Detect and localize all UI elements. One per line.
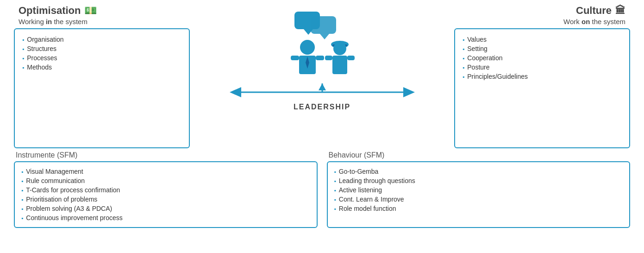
- main-container: Optimisation 💵 Working in the system Org…: [0, 0, 644, 253]
- left-panel: Optimisation 💵 Working in the system Org…: [14, 5, 190, 148]
- right-panel: Culture 🏛 Work on the system ValuesSetti…: [454, 5, 630, 148]
- bottom-left-title: Instrumente (SFM): [14, 151, 318, 159]
- left-subtitle-post: the system: [52, 18, 88, 25]
- list-item: Methods: [22, 63, 181, 72]
- bottom-left: Instrumente (SFM) Visual ManagementRule …: [14, 151, 318, 228]
- arrow-container: [190, 83, 454, 101]
- right-bullet-list: ValuesSettingCooperationPosturePrinciple…: [463, 35, 622, 81]
- svg-marker-16: [230, 87, 241, 97]
- list-item: Prioritisation of problems: [21, 195, 310, 204]
- top-section: Optimisation 💵 Working in the system Org…: [14, 5, 630, 148]
- left-subtitle-pre: Working: [19, 18, 46, 25]
- bottom-right-bullet-list: Go-to-GembaLeading through questionsActi…: [334, 167, 623, 213]
- right-subtitle-pre: Work: [563, 18, 581, 25]
- left-subtitle-bold: in: [46, 18, 52, 25]
- svg-marker-3: [320, 34, 329, 39]
- svg-rect-8: [316, 56, 324, 60]
- svg-point-4: [300, 40, 315, 55]
- bidirectional-arrow-svg: [225, 83, 419, 101]
- list-item: Setting: [463, 44, 622, 53]
- svg-marker-19: [319, 83, 326, 90]
- right-subtitle-bold: on: [581, 18, 590, 25]
- list-item: Cont. Learn & Improve: [334, 195, 623, 204]
- bottom-right-title: Behaviour (SFM): [327, 151, 631, 159]
- list-item: Posture: [463, 63, 622, 72]
- bottom-section: Instrumente (SFM) Visual ManagementRule …: [14, 151, 630, 228]
- right-subtitle-post: the system: [590, 18, 625, 25]
- bottom-left-box: Visual ManagementRule communicationT-Car…: [14, 161, 318, 228]
- list-item: Problem solving (A3 & PDCA): [21, 204, 310, 213]
- right-box: ValuesSettingCooperationPosturePrinciple…: [454, 28, 630, 148]
- list-item: Values: [463, 35, 622, 44]
- list-item: Visual Management: [21, 167, 310, 176]
- svg-rect-2: [311, 16, 336, 34]
- right-title: Culture 🏛: [576, 5, 630, 17]
- list-item: Cooperation: [463, 53, 622, 63]
- svg-rect-12: [332, 56, 347, 74]
- list-item: Active listening: [334, 185, 623, 195]
- left-title: Optimisation 💵: [14, 5, 190, 17]
- list-item: Leading through questions: [334, 176, 623, 185]
- bottom-left-bullet-list: Visual ManagementRule communicationT-Car…: [21, 167, 310, 222]
- list-item: Structures: [22, 44, 181, 53]
- center-panel: LEADERSHIP: [190, 5, 454, 148]
- svg-rect-14: [347, 56, 355, 60]
- left-bullet-list: OrganisationStructuresProcessesMethods: [22, 35, 181, 72]
- svg-marker-17: [403, 87, 415, 97]
- svg-rect-7: [291, 56, 299, 60]
- money-icon: 💵: [84, 5, 97, 17]
- building-icon: 🏛: [615, 5, 625, 17]
- list-item: Principles/Guidelines: [463, 72, 622, 81]
- list-item: T-Cards for process confirmation: [21, 185, 310, 195]
- bottom-right-box: Go-to-GembaLeading through questionsActi…: [327, 161, 631, 228]
- list-item: Organisation: [22, 35, 181, 44]
- list-item: Role model function: [334, 204, 623, 213]
- leadership-label: LEADERSHIP: [294, 103, 350, 111]
- svg-rect-13: [325, 56, 332, 60]
- left-subtitle: Working in the system: [14, 18, 190, 25]
- left-title-text: Optimisation: [19, 5, 81, 17]
- svg-point-11: [333, 42, 346, 55]
- list-item: Continuous improvement process: [21, 213, 310, 222]
- center-illustration: [276, 9, 369, 83]
- bottom-right: Behaviour (SFM) Go-to-GembaLeading throu…: [327, 151, 631, 228]
- right-title-text: Culture: [576, 5, 612, 17]
- people-illustration-svg: [276, 9, 369, 83]
- list-item: Rule communication: [21, 176, 310, 185]
- left-box: OrganisationStructuresProcessesMethods: [14, 28, 190, 148]
- list-item: Go-to-Gemba: [334, 167, 623, 176]
- right-subtitle: Work on the system: [563, 18, 630, 25]
- list-item: Processes: [22, 53, 181, 63]
